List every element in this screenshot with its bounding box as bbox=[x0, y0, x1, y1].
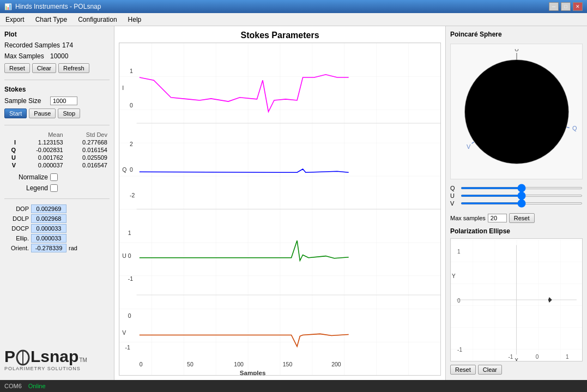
max-samples-row: Max samples Reset bbox=[450, 213, 583, 223]
poincare-sphere: U V Q bbox=[450, 44, 583, 179]
menu-bar: Export Chart Type Configuration Help bbox=[0, 13, 587, 26]
menu-chart-type[interactable]: Chart Type bbox=[30, 14, 72, 25]
divider-2 bbox=[4, 125, 110, 125]
svg-text:2: 2 bbox=[130, 141, 133, 147]
menu-export[interactable]: Export bbox=[0, 14, 30, 25]
svg-text:1: 1 bbox=[457, 249, 461, 255]
chart-area: 1 0 I 2 0 -2 Q 1 0 -1 U bbox=[119, 43, 441, 376]
pause-button[interactable]: Pause bbox=[29, 108, 56, 118]
v-slider[interactable] bbox=[461, 202, 583, 204]
poincare-title: Poincaré Sphere bbox=[450, 31, 583, 38]
metric-value: 0.000033 bbox=[31, 224, 66, 233]
logo-lsnap: Lsnap bbox=[31, 347, 78, 366]
metric-value: 0.002968 bbox=[31, 214, 66, 223]
main-content: Plot Recorded Samples 174 Max Samples 10… bbox=[0, 26, 587, 380]
stokes-section-title: Stokes bbox=[4, 86, 110, 93]
svg-text:0: 0 bbox=[457, 298, 461, 304]
metric-row-ellip: Ellip. 0.000033 bbox=[4, 234, 110, 243]
close-button[interactable]: ✕ bbox=[573, 2, 583, 11]
left-panel: Plot Recorded Samples 174 Max Samples 10… bbox=[0, 26, 114, 380]
stats-row-i: I 1.123153 0.277668 bbox=[4, 138, 110, 146]
reset-sphere-button[interactable]: Reset bbox=[509, 213, 535, 223]
svg-text:50: 50 bbox=[187, 361, 193, 367]
stop-button[interactable]: Stop bbox=[58, 108, 80, 118]
chart-title: Stokes Parameters bbox=[119, 31, 441, 40]
svg-text:100: 100 bbox=[234, 361, 244, 367]
sample-size-input[interactable] bbox=[50, 97, 77, 105]
svg-text:Y: Y bbox=[452, 273, 456, 279]
svg-text:I: I bbox=[122, 85, 124, 91]
reset-ellipse-button[interactable]: Reset bbox=[450, 365, 476, 375]
reset-plot-button[interactable]: Reset bbox=[4, 63, 30, 73]
sample-size-label: Sample Size bbox=[4, 97, 48, 105]
svg-text:Q: Q bbox=[122, 166, 126, 173]
svg-text:Q: Q bbox=[572, 125, 577, 131]
clear-ellipse-button[interactable]: Clear bbox=[478, 365, 502, 375]
legend-label: Legend bbox=[4, 184, 48, 192]
svg-text:1: 1 bbox=[128, 230, 131, 236]
metric-label: DOLP bbox=[4, 215, 29, 222]
stats-table: Mean Std Dev I 1.123153 0.277668 Q -0.00… bbox=[4, 131, 110, 169]
metric-row-dop: DOP 0.002969 bbox=[4, 204, 110, 213]
svg-text:-1: -1 bbox=[457, 347, 462, 353]
stats-row-q: Q -0.002831 0.016154 bbox=[4, 146, 110, 154]
metric-row-orient: Orient. -0.278339 rad bbox=[4, 244, 110, 252]
svg-text:200: 200 bbox=[331, 361, 341, 367]
q-slider[interactable] bbox=[461, 187, 583, 189]
online-status: Online bbox=[28, 383, 46, 389]
title-bar-controls: ─ □ ✕ bbox=[549, 2, 583, 11]
stat-mean: 0.000037 bbox=[18, 161, 65, 169]
max-samples-right-input[interactable] bbox=[488, 214, 507, 222]
q-slider-row: Q bbox=[450, 185, 583, 191]
stat-stddev: 0.025509 bbox=[65, 154, 110, 161]
svg-text:0: 0 bbox=[128, 252, 131, 259]
u-slider[interactable] bbox=[461, 195, 583, 197]
ellipse-area: 1 0 -1 -1 0 1 X Y bbox=[450, 238, 583, 361]
stokes-chart-svg: 1 0 I 2 0 -2 Q 1 0 -1 U bbox=[119, 43, 440, 375]
metric-label: Orient. bbox=[4, 245, 29, 251]
svg-text:0: 0 bbox=[536, 354, 539, 360]
metric-value: 0.002969 bbox=[31, 204, 66, 213]
max-samples-value: 10000 bbox=[50, 52, 68, 60]
svg-text:-1: -1 bbox=[125, 344, 131, 351]
menu-help[interactable]: Help bbox=[123, 14, 147, 25]
v-slider-row: V bbox=[450, 200, 583, 207]
ellipse-svg: 1 0 -1 -1 0 1 X Y bbox=[451, 239, 582, 361]
clear-plot-button[interactable]: Clear bbox=[32, 63, 56, 73]
metrics-container: DOP 0.002969 DOLP 0.002968 DOCP 0.000033… bbox=[4, 204, 110, 254]
recorded-samples-value: 174 bbox=[62, 41, 73, 49]
logo-o bbox=[16, 347, 30, 366]
metric-value: 0.000033 bbox=[31, 234, 66, 243]
menu-configuration[interactable]: Configuration bbox=[72, 14, 122, 25]
metric-row-docp: DOCP 0.000033 bbox=[4, 224, 110, 233]
legend-checkbox[interactable] bbox=[50, 184, 58, 192]
svg-text:U: U bbox=[515, 49, 519, 52]
refresh-button[interactable]: Refresh bbox=[58, 63, 89, 73]
svg-text:0: 0 bbox=[130, 166, 133, 173]
normalize-checkbox[interactable] bbox=[50, 173, 58, 181]
metric-unit: rad bbox=[69, 245, 77, 251]
start-button[interactable]: Start bbox=[4, 108, 27, 118]
stat-label: V bbox=[4, 161, 18, 169]
sliders-section: Q U V bbox=[450, 183, 583, 210]
svg-text:V: V bbox=[122, 330, 126, 336]
svg-text:1: 1 bbox=[566, 354, 569, 360]
metric-row-dolp: DOLP 0.002968 bbox=[4, 214, 110, 223]
stat-stddev: 0.016547 bbox=[65, 161, 110, 169]
stat-mean: 1.123153 bbox=[18, 138, 65, 146]
svg-text:U: U bbox=[122, 252, 126, 259]
svg-text:V: V bbox=[467, 143, 471, 150]
max-samples-right-label: Max samples bbox=[450, 215, 486, 221]
stats-stddev-header: Std Dev bbox=[65, 131, 110, 138]
stat-mean: 0.001762 bbox=[18, 154, 65, 161]
port-label: COM6 bbox=[4, 383, 22, 389]
stat-stddev: 0.277668 bbox=[65, 138, 110, 146]
recorded-samples-label: Recorded Samples bbox=[4, 41, 60, 49]
maximize-button[interactable]: □ bbox=[561, 2, 571, 11]
v-slider-label: V bbox=[450, 200, 458, 207]
metric-label: DOCP bbox=[4, 225, 29, 232]
bottom-buttons-row: Reset Clear bbox=[450, 365, 583, 375]
stat-label: I bbox=[4, 138, 18, 146]
minimize-button[interactable]: ─ bbox=[549, 2, 559, 11]
svg-point-36 bbox=[465, 60, 568, 164]
